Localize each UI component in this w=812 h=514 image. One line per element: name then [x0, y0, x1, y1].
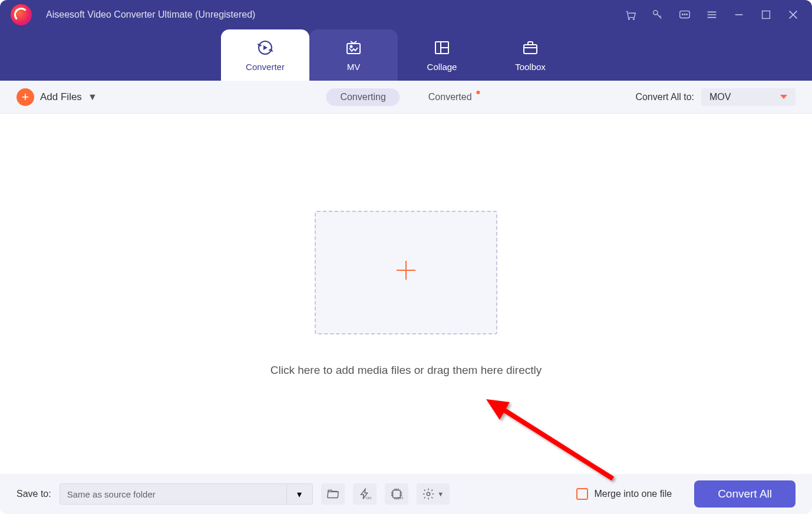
plus-icon: +	[16, 88, 34, 106]
svg-point-2	[653, 11, 658, 15]
svg-marker-14	[486, 399, 510, 420]
svg-point-6	[686, 14, 687, 15]
merge-checkbox-row[interactable]: Merge into one file	[576, 488, 672, 500]
app-title: Aiseesoft Video Converter Ultimate (Unre…	[46, 9, 255, 20]
save-to-select[interactable]: Same as source folder ▾	[60, 483, 313, 505]
open-folder-button[interactable]	[321, 483, 345, 505]
add-files-button[interactable]: + Add Files ▼	[16, 88, 97, 106]
dropdown-triangle-icon	[780, 95, 787, 99]
titlebar: Aiseesoft Video Converter Ultimate (Unre…	[0, 0, 812, 81]
svg-text:OFF: OFF	[366, 496, 371, 500]
tab-mv[interactable]: MV	[309, 29, 398, 81]
app-window: Aiseesoft Video Converter Ultimate (Unre…	[0, 0, 812, 514]
format-select-value: MOV	[709, 92, 731, 102]
tab-converter[interactable]: Converter	[221, 29, 309, 81]
tab-collage[interactable]: Collage	[398, 29, 486, 81]
bottom-bar: Save to: Same as source folder ▾ OFF OFF…	[0, 474, 812, 514]
svg-point-0	[628, 18, 629, 19]
save-to-value: Same as source folder	[60, 489, 286, 499]
key-icon[interactable]	[649, 6, 666, 23]
main-tabs: Converter MV Collage Toolbox	[0, 29, 812, 81]
tab-collage-label: Collage	[427, 62, 457, 72]
svg-point-18	[427, 492, 431, 496]
format-select[interactable]: MOV	[701, 88, 796, 106]
subtab-converted[interactable]: Converted	[414, 88, 486, 106]
svg-point-4	[682, 14, 683, 15]
menu-icon[interactable]	[704, 6, 720, 23]
svg-line-13	[501, 408, 613, 479]
drop-zone[interactable]	[315, 211, 497, 334]
merge-checkbox[interactable]	[576, 488, 588, 500]
svg-point-5	[684, 14, 685, 15]
window-controls	[622, 6, 801, 23]
sub-tabs: Converting Converted	[326, 88, 486, 106]
save-to-label: Save to:	[16, 489, 51, 499]
maximize-button[interactable]	[758, 6, 774, 23]
convert-all-to: Convert All to: MOV	[635, 88, 796, 106]
chevron-down-icon: ▼	[437, 490, 444, 498]
settings-button[interactable]: ▼	[417, 483, 450, 505]
drop-hint: Click here to add media files or drag th…	[270, 364, 542, 377]
main-area: Click here to add media files or drag th…	[0, 114, 812, 474]
convert-all-button[interactable]: Convert All	[694, 480, 796, 508]
gpu-accel-button[interactable]: OFF	[385, 483, 408, 505]
minimize-button[interactable]	[731, 6, 747, 23]
convert-all-to-label: Convert All to:	[635, 92, 694, 102]
notification-dot-icon	[477, 91, 480, 94]
tab-converter-label: Converter	[246, 62, 285, 72]
close-button[interactable]	[785, 6, 801, 23]
tab-mv-label: MV	[347, 62, 361, 72]
app-logo-icon	[11, 4, 32, 25]
subtab-converting[interactable]: Converting	[326, 88, 400, 106]
svg-rect-7	[763, 11, 770, 19]
cart-icon[interactable]	[622, 6, 639, 23]
titlebar-top: Aiseesoft Video Converter Ultimate (Unre…	[0, 0, 812, 29]
add-files-label: Add Files	[40, 91, 82, 103]
chevron-down-icon: ▾	[286, 484, 312, 504]
svg-text:OFF: OFF	[398, 496, 403, 500]
chevron-down-icon: ▼	[88, 92, 97, 102]
drop-zone-plus-icon	[392, 256, 420, 289]
feedback-icon[interactable]	[676, 6, 693, 23]
svg-rect-12	[524, 45, 537, 54]
hardware-accel-button[interactable]: OFF	[353, 483, 377, 505]
merge-label: Merge into one file	[594, 489, 672, 499]
svg-point-10	[351, 46, 352, 48]
tab-toolbox-label: Toolbox	[515, 62, 546, 72]
toolbar: + Add Files ▼ Converting Converted Conve…	[0, 81, 812, 114]
tab-toolbox[interactable]: Toolbox	[486, 29, 575, 81]
svg-point-1	[633, 18, 635, 19]
